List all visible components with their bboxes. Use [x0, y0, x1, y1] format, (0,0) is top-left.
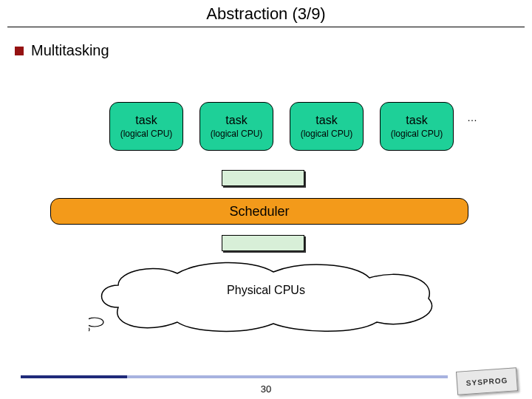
bullet-icon — [15, 47, 24, 55]
task-box-3: task (logical CPU) — [290, 102, 364, 151]
page-number: 30 — [0, 383, 532, 395]
connector-top — [222, 170, 304, 186]
task-label: task — [316, 114, 337, 127]
task-box-1: task (logical CPU) — [109, 102, 183, 151]
task-label: task — [225, 114, 247, 127]
bullet-row: Multitasking — [15, 42, 532, 59]
bullet-text: Multitasking — [31, 42, 109, 59]
title-rule — [7, 27, 525, 27]
task-sublabel: (logical CPU) — [391, 129, 443, 139]
footer-rule — [21, 375, 448, 378]
task-label: task — [135, 114, 157, 127]
scheduler-box: Scheduler — [50, 198, 468, 225]
task-sublabel: (logical CPU) — [120, 129, 173, 139]
logo-text: SYSPROG — [466, 376, 508, 387]
slide-title: Abstraction (3/9) — [0, 0, 532, 27]
task-sublabel: (logical CPU) — [211, 129, 263, 139]
task-box-4: task (logical CPU) — [380, 102, 454, 151]
tasks-row: task (logical CPU) task (logical CPU) ta… — [109, 102, 477, 151]
logo-badge: SYSPROG — [456, 367, 518, 395]
task-sublabel: (logical CPU) — [301, 129, 353, 139]
scheduler-label: Scheduler — [229, 204, 289, 219]
tasks-ellipsis: … — [467, 112, 477, 123]
svg-point-1 — [89, 327, 89, 332]
task-box-2: task (logical CPU) — [200, 102, 273, 151]
task-label: task — [406, 114, 427, 127]
physical-cpus-label: Physical CPUs — [0, 284, 532, 297]
connector-bottom — [222, 235, 304, 251]
svg-point-0 — [89, 318, 103, 327]
